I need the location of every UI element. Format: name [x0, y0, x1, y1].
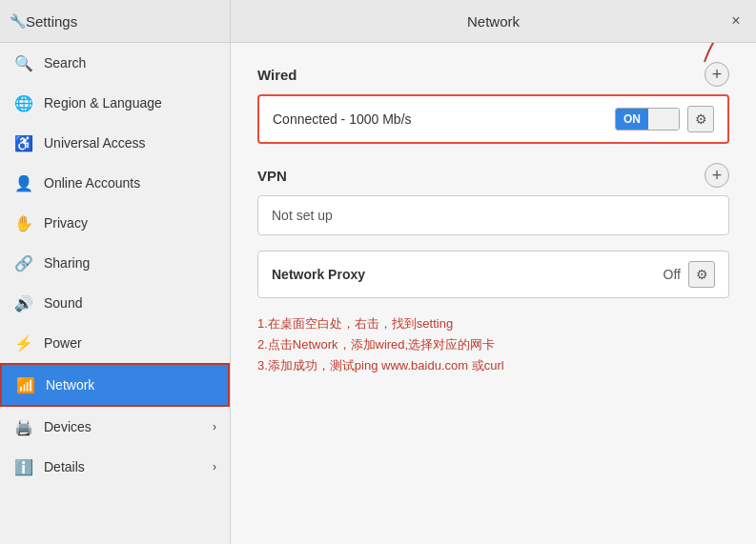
chevron-right-icon: › — [213, 420, 216, 433]
wired-add-button[interactable]: + — [705, 62, 729, 87]
sidebar-item-label: Devices — [44, 419, 92, 434]
sidebar-item-universal-access[interactable]: ♿ Universal Access — [0, 123, 230, 163]
region-icon: 🌐 — [13, 92, 34, 113]
privacy-icon: ✋ — [13, 212, 34, 233]
sidebar-header: 🔧 Settings — [0, 0, 230, 43]
sidebar-title: Settings — [26, 13, 77, 30]
annotation-line-3: 3.添加成功，测试ping www.baidu.com 或curl — [257, 355, 729, 376]
sidebar-item-online-accounts[interactable]: 👤 Online Accounts — [0, 163, 230, 203]
devices-icon: 🖨️ — [13, 416, 34, 437]
online-accounts-icon: 👤 — [13, 172, 34, 193]
vpn-status-text: Not set up — [272, 208, 333, 223]
sound-icon: 🔊 — [13, 292, 34, 313]
sidebar-item-search[interactable]: 🔍 Search — [0, 43, 230, 83]
sidebar-item-sound[interactable]: 🔊 Sound — [0, 283, 230, 323]
search-icon: 🔍 — [13, 52, 34, 73]
toggle-on-label: ON — [616, 109, 648, 130]
annotation-line-2: 2.点击Network，添加wired,选择对应的网卡 — [257, 334, 729, 355]
sidebar-item-label: Online Accounts — [44, 175, 140, 191]
toggle-switch[interactable]: ON — [615, 108, 680, 131]
power-icon: ⚡ — [13, 332, 34, 353]
annotation-line-1: 1.在桌面空白处，右击，找到setting — [257, 313, 729, 334]
sharing-icon: 🔗 — [13, 252, 34, 273]
vpn-section: VPN + Not set up — [257, 163, 729, 235]
proxy-card: Network Proxy Off ⚙ — [257, 251, 729, 298]
wired-section-title: Wired — [257, 67, 297, 83]
sidebar-item-label: Region & Language — [44, 95, 162, 111]
sidebar-item-label: Power — [44, 335, 82, 351]
connection-status: Connected - 1000 Mb/s — [273, 111, 615, 127]
vpn-section-header: VPN + — [257, 163, 729, 188]
wired-settings-button[interactable]: ⚙ — [687, 106, 714, 132]
sidebar-item-label: Details — [44, 459, 85, 474]
chevron-right-icon: › — [213, 460, 216, 473]
sidebar-item-label: Privacy — [44, 215, 88, 231]
sidebar-item-region[interactable]: 🌐 Region & Language — [0, 83, 230, 123]
wired-toggle[interactable]: ON — [615, 108, 680, 131]
content-area: Wired + Connected - 1000 Mb/s ON — [231, 43, 756, 544]
network-icon: 📶 — [15, 374, 36, 395]
main-panel: Network × Wired + Connected - 10 — [231, 0, 756, 544]
proxy-status: Off — [664, 267, 681, 282]
vpn-not-set-up: Not set up — [257, 195, 729, 235]
proxy-label: Network Proxy — [272, 267, 664, 282]
details-icon: ℹ️ — [13, 456, 34, 477]
arrow-annotation — [676, 43, 733, 64]
sidebar-item-privacy[interactable]: ✋ Privacy — [0, 203, 230, 243]
toggle-off-area — [648, 109, 679, 130]
sidebar-item-label: Sound — [44, 295, 82, 311]
sidebar-item-devices[interactable]: 🖨️ Devices › — [0, 407, 230, 447]
close-button[interactable]: × — [725, 10, 746, 31]
sidebar-item-label: Sharing — [44, 255, 90, 271]
wired-connection-card: Connected - 1000 Mb/s ON ⚙ — [257, 94, 729, 144]
vpn-section-title: VPN — [257, 168, 287, 184]
wired-add-wrapper: + — [705, 62, 729, 87]
sidebar-item-label: Network — [46, 377, 94, 393]
sidebar: 🔧 Settings 🔍 Search 🌐 Region & Language … — [0, 0, 231, 544]
settings-icon: 🔧 — [10, 13, 26, 29]
vpn-add-button[interactable]: + — [705, 163, 729, 188]
titlebar: Network × — [231, 0, 756, 43]
sidebar-item-label: Search — [44, 55, 86, 71]
annotation-block: 1.在桌面空白处，右击，找到setting 2.点击Network，添加wire… — [257, 313, 729, 376]
window-title: Network — [467, 13, 520, 30]
sidebar-item-power[interactable]: ⚡ Power — [0, 323, 230, 363]
universal-access-icon: ♿ — [13, 132, 34, 153]
sidebar-item-network[interactable]: 📶 Network — [0, 363, 230, 407]
proxy-settings-button[interactable]: ⚙ — [688, 261, 715, 288]
sidebar-item-details[interactable]: ℹ️ Details › — [0, 447, 230, 487]
wired-section-header: Wired + — [257, 62, 729, 87]
sidebar-item-label: Universal Access — [44, 135, 146, 151]
sidebar-item-sharing[interactable]: 🔗 Sharing — [0, 243, 230, 283]
